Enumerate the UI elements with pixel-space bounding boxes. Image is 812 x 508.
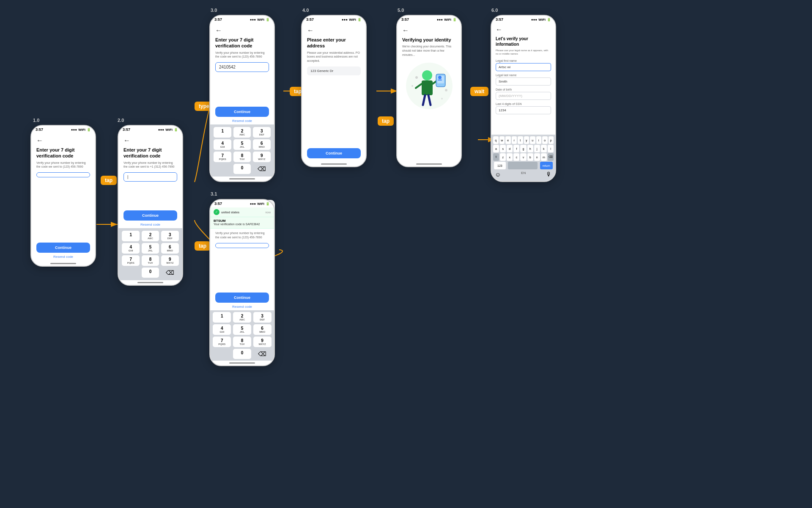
key-2-3b[interactable]: 2ABC	[233, 312, 251, 323]
key-delete-2[interactable]: ⌫	[161, 268, 179, 278]
kb-h[interactable]: h	[527, 145, 533, 152]
resend-btn-1[interactable]: Resend code	[36, 255, 90, 259]
key-delete-3b[interactable]: ⌫	[253, 349, 272, 359]
key-7-3b[interactable]: 7PQRS	[213, 337, 231, 347]
kb-v[interactable]: v	[520, 153, 526, 161]
resend-btn-3b[interactable]: Resend code	[215, 305, 269, 309]
key-0-3b[interactable]: 0	[233, 349, 251, 359]
kb-f[interactable]: f	[513, 145, 519, 152]
key-9-3b[interactable]: 9WXYZ	[253, 337, 272, 347]
kb-t[interactable]: t	[518, 136, 523, 144]
continue-btn-1[interactable]: Continue	[36, 243, 90, 253]
continue-btn-3t[interactable]: Continue	[215, 107, 269, 117]
kb-backspace[interactable]: ⌫	[548, 153, 554, 161]
key-4-2[interactable]: 4GHI	[122, 243, 140, 254]
kb-o[interactable]: o	[542, 136, 548, 144]
key-8-2[interactable]: 8TUV	[142, 255, 159, 266]
kb-l[interactable]: l	[548, 145, 554, 152]
key-1-3t[interactable]: 1	[214, 127, 231, 138]
key-0-3t[interactable]: 0	[233, 164, 251, 174]
back-arrow-4[interactable]: ←	[307, 27, 361, 34]
dob-input[interactable]: (MM/DD/YYYY)	[496, 92, 551, 100]
key-delete-3t[interactable]: ⌫	[253, 164, 271, 174]
verification-input-3t[interactable]: 2410542	[215, 62, 269, 72]
key-6-3t[interactable]: 6MNO	[253, 139, 271, 150]
key-4-3t[interactable]: 4GHI	[214, 139, 231, 150]
key-2-3t[interactable]: 2ABC	[233, 127, 251, 138]
svg-point-19	[441, 98, 443, 99]
key-2-2[interactable]: 2ABC	[142, 231, 159, 241]
key-8-3t[interactable]: 8TUV	[233, 152, 251, 162]
back-arrow-3t[interactable]: ←	[215, 27, 269, 34]
key-6-2[interactable]: 6MNO	[161, 243, 179, 254]
kb-return[interactable]: return	[540, 162, 553, 169]
kb-j[interactable]: j	[534, 145, 540, 152]
kb-emoji[interactable]: ☺	[495, 171, 501, 178]
kb-g[interactable]: g	[520, 145, 526, 152]
verification-input-3b[interactable]	[215, 243, 269, 248]
back-arrow-5[interactable]: ←	[402, 27, 456, 34]
screen-subtitle-2: Verify your phone number by entering the…	[123, 161, 177, 169]
back-arrow-1[interactable]: ←	[36, 137, 90, 144]
kb-r[interactable]: r	[512, 136, 517, 144]
resend-btn-2[interactable]: Resend code	[123, 223, 177, 226]
key-5-2[interactable]: 5JKL	[142, 243, 159, 254]
ssn-input[interactable]: 1234	[496, 106, 551, 114]
verification-input-1[interactable]	[36, 172, 90, 177]
key-1-2[interactable]: 1	[122, 231, 140, 241]
kb-x[interactable]: x	[507, 153, 513, 161]
key-9-3t[interactable]: 9WXYZ	[253, 152, 271, 162]
legal-first-input[interactable]: Artsc wi	[496, 63, 551, 71]
key-6-3b[interactable]: 6MNO	[253, 324, 272, 335]
kb-y[interactable]: y	[524, 136, 529, 144]
home-indicator-5	[416, 163, 442, 165]
key-0-2[interactable]: 0	[142, 268, 159, 278]
kb-e[interactable]: e	[505, 136, 511, 144]
key-4-3b[interactable]: 4GHI	[213, 324, 231, 335]
key-1-3b[interactable]: 1	[213, 312, 231, 323]
screen-subtitle-1: Verify your phone number by entering the…	[36, 161, 90, 169]
kb-123[interactable]: 123	[494, 162, 506, 169]
key-3-3b[interactable]: 3DEF	[253, 312, 272, 323]
kb-u[interactable]: u	[530, 136, 535, 144]
kb-n[interactable]: n	[534, 153, 540, 161]
kb-c[interactable]: c	[513, 153, 519, 161]
kb-m[interactable]: m	[541, 153, 547, 161]
kb-mic[interactable]: 🎙	[546, 171, 552, 178]
kb-a[interactable]: a	[493, 145, 499, 152]
status-icons-4: ●●●WiFi🔋	[342, 18, 362, 22]
back-arrow-2[interactable]: ←	[123, 137, 177, 144]
svg-point-16	[415, 76, 418, 79]
key-8-3b[interactable]: 8TUV	[233, 337, 251, 347]
kb-p[interactable]: p	[549, 136, 554, 144]
continue-btn-2[interactable]: Continue	[123, 210, 177, 221]
continue-btn-4[interactable]: Continue	[307, 148, 361, 158]
key-5-3b[interactable]: 5JKL	[233, 324, 251, 335]
back-arrow-6[interactable]: ←	[496, 26, 551, 33]
key-3-2[interactable]: 3DEF	[161, 231, 179, 241]
phone-6: 3:57 ●●●WiFi🔋 ← Let's verify your inform…	[491, 15, 556, 182]
kb-d[interactable]: d	[507, 145, 513, 152]
address-input-4[interactable]: 123 Generic Dr	[307, 66, 361, 75]
kb-s[interactable]: s	[500, 145, 506, 152]
resend-btn-3t[interactable]: Resend code	[215, 119, 269, 123]
kb-w[interactable]: w	[499, 136, 505, 144]
kb-z[interactable]: z	[500, 153, 506, 161]
continue-btn-3b[interactable]: Continue	[215, 293, 269, 303]
kb-shift[interactable]: ⇧	[493, 153, 499, 161]
kb-i[interactable]: i	[536, 136, 542, 144]
verification-input-2[interactable]: |	[123, 172, 177, 182]
status-bar-2: 3:57 ●●●WiFi🔋	[118, 126, 182, 133]
key-9-2[interactable]: 9WXYZ	[161, 255, 179, 266]
key-3-3t[interactable]: 3DEF	[253, 127, 271, 138]
key-7-3t[interactable]: 7PQRS	[214, 152, 231, 162]
kb-space[interactable]	[508, 162, 538, 169]
kb-k[interactable]: k	[541, 145, 547, 152]
screen-subtitle-5: We're checking your documents. This shou…	[402, 44, 456, 57]
kb-q[interactable]: q	[493, 136, 499, 144]
key-7-2[interactable]: 7PQRS	[122, 255, 140, 266]
phone-3-bot: 3:57 ●●●WiFi🔋 ✓ united states now BTSUM …	[209, 199, 275, 366]
key-5-3t[interactable]: 5JKL	[233, 139, 251, 150]
kb-b[interactable]: b	[527, 153, 533, 161]
legal-last-input[interactable]: Smith	[496, 77, 551, 86]
